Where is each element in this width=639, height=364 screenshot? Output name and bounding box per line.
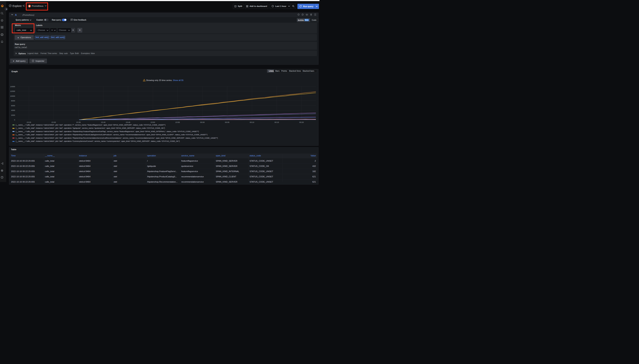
svg-text:8000: 8000 [11,100,15,102]
svg-text:00:15: 00:15 [274,121,279,123]
svg-text:23:35: 23:35 [76,121,80,123]
svg-text:00:20: 00:20 [299,121,304,123]
svg-text:12000: 12000 [10,90,15,92]
svg-text:2000: 2000 [11,114,15,116]
svg-text:00:00: 00:00 [200,121,205,123]
svg-text:23:25: 23:25 [26,121,31,123]
svg-text:00:05: 00:05 [225,121,229,123]
svg-text:4000: 4000 [11,109,15,111]
svg-text:23:55: 23:55 [175,121,180,123]
svg-text:14000: 14000 [10,85,15,87]
svg-text:6000: 6000 [11,104,15,106]
svg-text:23:45: 23:45 [126,121,130,123]
svg-text:0: 0 [14,119,15,121]
svg-text:00:10: 00:10 [250,121,254,123]
svg-text:10000: 10000 [10,95,15,97]
svg-text:23:30: 23:30 [52,121,56,123]
svg-text:23:40: 23:40 [101,121,106,123]
svg-text:23:50: 23:50 [150,121,155,123]
